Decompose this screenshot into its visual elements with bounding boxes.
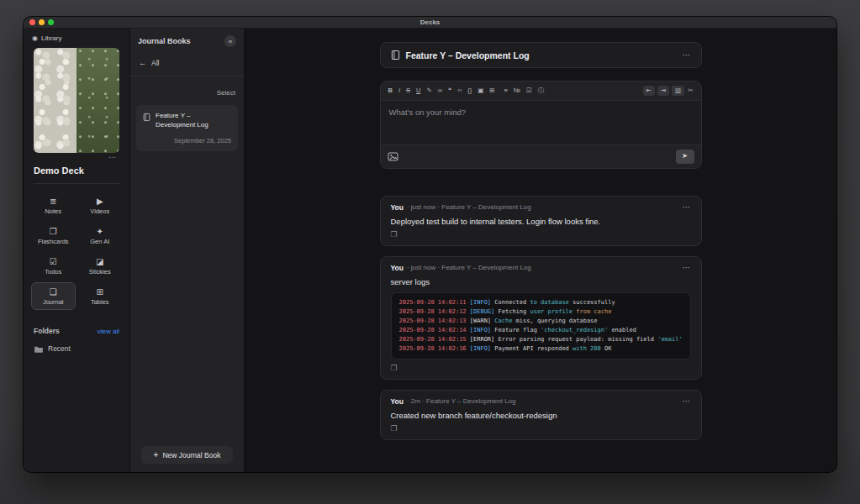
post-author: You [391, 203, 404, 212]
strikethrough-button[interactable]: S [405, 86, 411, 96]
post-more-button[interactable]: ⋯ [683, 203, 691, 212]
tables-icon: ⊞ [97, 287, 103, 297]
table-icon: ⊞ [489, 87, 494, 94]
composer-toolbar: BISU✎∞❝‹›{}▣⊞ ≡№☑ⓘ ⇤⇥▥✂ [381, 81, 701, 101]
link-button[interactable]: ∞ [437, 86, 443, 96]
deck-cover-left-half [34, 48, 77, 153]
post-author: You [391, 397, 404, 406]
link-icon: ∞ [438, 87, 442, 94]
underline-button[interactable]: U [415, 86, 421, 96]
library-row[interactable]: ◉ Library [24, 29, 129, 45]
post-body: server logs [391, 277, 691, 286]
close-window-button[interactable] [29, 19, 35, 25]
info-button[interactable]: ⓘ [537, 86, 546, 96]
send-icon: ➤ [682, 152, 688, 160]
minimize-window-button[interactable] [39, 19, 45, 25]
post-more-button[interactable]: ⋯ [683, 397, 691, 406]
view-all-link[interactable]: view all [98, 328, 119, 335]
deck-cover-image[interactable] [34, 48, 119, 153]
sidebar-item-stickies[interactable]: ◪ Stickies [78, 252, 123, 280]
underline-icon: U [416, 87, 420, 94]
select-button[interactable]: Select [217, 89, 235, 97]
sidebar-item-todos[interactable]: ☑ Todos [31, 252, 76, 280]
folders-row: Folders view all [34, 327, 119, 335]
journal-book-title: Feature Y – Development Log [156, 112, 231, 130]
journal-books-panel: Journal Books « ← All Select Feature Y –… [130, 29, 245, 472]
copy-button[interactable]: ❐ [391, 231, 398, 239]
checklist-icon: ☑ [526, 87, 532, 94]
toolbar-group-left: BISU✎∞❝‹›{}▣⊞ [388, 86, 496, 96]
image-icon: ▣ [477, 87, 483, 94]
collapse-panel-button[interactable]: « [224, 35, 236, 47]
image-button[interactable]: ▣ [477, 86, 484, 96]
post-card: You · 2m · Feature Y – Development Log ⋯… [380, 390, 702, 440]
journal-column: Feature Y – Development Log ⋯ BISU✎∞❝‹›{… [380, 42, 702, 440]
inline-code-icon: ‹› [457, 87, 462, 94]
journal-book-list-item[interactable]: Feature Y – Development Log September 28… [136, 105, 238, 151]
post-meta: · just now · Feature Y – Development Log [407, 203, 531, 211]
app-window: Decks ◉ Library ⋯ Demo Deck ≣ Notes ▶ Vi… [24, 17, 836, 472]
ordered-list-icon: № [514, 87, 520, 94]
highlight-button[interactable]: ✎ [425, 86, 432, 96]
post-meta: · just now · Feature Y – Development Log [407, 264, 531, 271]
sidebar-item-journal[interactable]: ❏ Journal [31, 282, 76, 310]
post-header: You · just now · Feature Y – Development… [391, 264, 691, 272]
sidebar-item-flashcards[interactable]: ❐ Flashcards [31, 222, 76, 249]
journal-header-card: Feature Y – Development Log ⋯ [380, 42, 702, 68]
inline-code-button[interactable]: ‹› [456, 86, 462, 96]
post-header: You · 2m · Feature Y – Development Log ⋯ [391, 397, 691, 406]
main-content: Feature Y – Development Log ⋯ BISU✎∞❝‹›{… [245, 29, 836, 472]
select-row: Select [130, 76, 244, 103]
books-panel-title: Journal Books [138, 37, 191, 45]
code-block-button[interactable]: {} [467, 86, 472, 96]
snippet-button[interactable]: ✂ [687, 86, 694, 96]
post-body: Created new branch feature/checkout-rede… [391, 411, 691, 420]
flashcards-icon: ❐ [50, 227, 57, 236]
plus-icon: + [154, 451, 159, 459]
journal-book-icon [143, 113, 150, 122]
attach-image-button[interactable] [388, 152, 398, 161]
sidebar-item-tables[interactable]: ⊞ Tables [78, 282, 123, 310]
page-title: Feature Y – Development Log [406, 50, 677, 60]
log-line: 2025-09-28 14:02:12 [DEBUG] Fetching use… [399, 307, 683, 317]
library-icon: ◉ [32, 35, 38, 42]
posts-list: You · just now · Feature Y – Development… [380, 196, 702, 440]
sidebar-item-gen-ai[interactable]: ✦ Gen AI [78, 222, 123, 249]
copy-button[interactable]: ❐ [391, 425, 398, 433]
deck-more-button[interactable]: ⋯ [108, 154, 116, 161]
indent-decrease-button[interactable]: ⇤ [643, 86, 655, 96]
indent-increase-button[interactable]: ⇥ [657, 86, 669, 96]
log-line: 2025-09-28 14:02:13 [WARN] Cache miss, q… [399, 317, 683, 326]
post-more-button[interactable]: ⋯ [683, 264, 691, 272]
ordered-list-button[interactable]: № [513, 86, 521, 96]
zoom-window-button[interactable] [48, 19, 54, 25]
bullet-list-icon: ≡ [504, 87, 508, 94]
sidebar-item-notes[interactable]: ≣ Notes [31, 192, 76, 219]
quote-button[interactable]: ❝ [447, 86, 452, 96]
back-arrow-icon: ← [139, 60, 146, 67]
post-author: You [391, 264, 404, 272]
post-body: Deployed test build to internal testers.… [391, 217, 691, 226]
sidebar-divider [34, 183, 119, 184]
bold-button[interactable]: B [388, 86, 393, 96]
new-journal-book-label: New Journal Book [162, 451, 220, 459]
send-button[interactable]: ➤ [676, 150, 694, 164]
bullet-list-button[interactable]: ≡ [504, 86, 509, 96]
italic-button[interactable]: I [398, 86, 401, 96]
recent-label: Recent [48, 344, 71, 353]
titlebar[interactable]: Decks [24, 17, 836, 29]
copy-button[interactable]: ❐ [391, 365, 398, 372]
columns-button[interactable]: ▥ [672, 86, 684, 96]
sidebar-item-videos[interactable]: ▶ Videos [78, 192, 123, 219]
sidebar-item-recent[interactable]: Recent [34, 344, 119, 353]
composer-input[interactable] [381, 101, 701, 144]
journal-more-button[interactable]: ⋯ [683, 51, 691, 60]
checklist-button[interactable]: ☑ [525, 86, 533, 96]
table-button[interactable]: ⊞ [488, 86, 495, 96]
stickies-icon: ◪ [96, 257, 103, 266]
italic-icon: I [398, 87, 400, 94]
books-panel-header: Journal Books « [130, 29, 244, 52]
bold-icon: B [388, 87, 393, 94]
back-to-all-button[interactable]: ← All [130, 52, 244, 76]
new-journal-book-button[interactable]: + New Journal Book [141, 446, 233, 464]
